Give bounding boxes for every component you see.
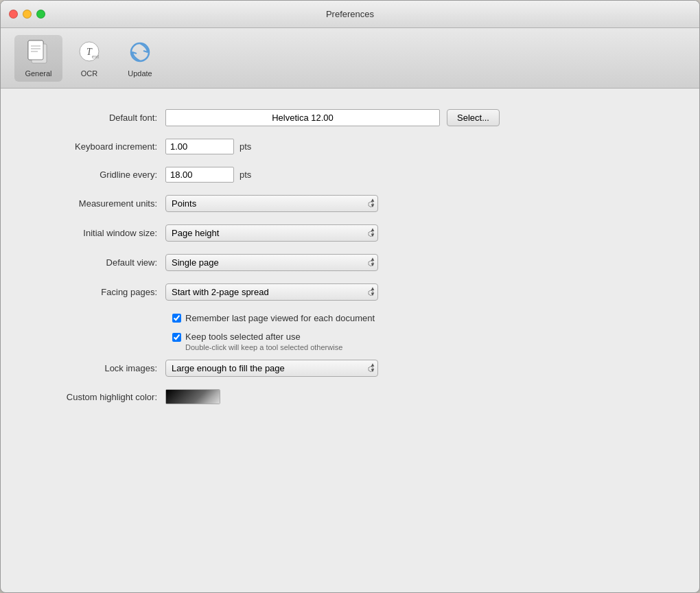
initial-window-size-row: Initial window size: Page height Full sc… [28, 224, 672, 242]
toolbar-item-update[interactable]: Update [116, 35, 164, 82]
facing-pages-select[interactable]: Start with 2-page spread Start with sing… [165, 283, 378, 301]
default-view-row: Default view: Single page Double page Co… [28, 254, 672, 271]
default-font-display: Helvetica 12.00 [165, 109, 440, 126]
keyboard-increment-row: Keyboard increment: pts [28, 139, 672, 154]
update-label: Update [128, 69, 152, 78]
measurement-units-select[interactable]: Points Inches Centimeters Millimeters Pi… [165, 195, 378, 212]
keep-tools-content: Keep tools selected after use Double-cli… [185, 332, 342, 351]
keep-tools-sublabel: Double-click will keep a tool selected o… [185, 343, 342, 351]
default-font-row: Default font: Helvetica 12.00 Select... [28, 109, 672, 126]
gridline-every-input[interactable] [165, 167, 234, 183]
title-bar: Preferences [1, 1, 699, 28]
main-content: Default font: Helvetica 12.00 Select... … [1, 89, 699, 592]
lock-images-label: Lock images: [28, 363, 165, 373]
keyboard-increment-input[interactable] [165, 139, 234, 154]
close-button[interactable] [9, 10, 18, 19]
facing-pages-label: Facing pages: [28, 287, 165, 297]
remember-last-page-row: Remember last page viewed for each docum… [28, 313, 672, 323]
default-view-select-wrapper: Single page Double page Continuous ▲▼ [165, 254, 378, 271]
general-icon [25, 39, 52, 67]
maximize-button[interactable] [36, 10, 45, 19]
preferences-window: Preferences [0, 0, 700, 593]
minimize-button[interactable] [23, 10, 32, 19]
initial-window-size-select-wrapper: Page height Full screen Custom ▲▼ [165, 224, 378, 242]
svg-text:ext: ext [92, 54, 100, 60]
select-font-button[interactable]: Select... [447, 109, 500, 126]
custom-highlight-label: Custom highlight color: [28, 392, 165, 402]
default-view-label: Default view: [28, 257, 165, 268]
gridline-every-row: Gridline every: pts [28, 167, 672, 183]
toolbar: General T ext OCR [1, 28, 699, 89]
lock-images-select[interactable]: Large enough to fill the page All images… [165, 360, 378, 377]
general-label: General [25, 69, 51, 78]
toolbar-item-ocr[interactable]: T ext OCR [65, 35, 113, 82]
measurement-units-select-wrapper: Points Inches Centimeters Millimeters Pi… [165, 195, 378, 212]
remember-last-page-label[interactable]: Remember last page viewed for each docum… [185, 313, 375, 323]
measurement-units-row: Measurement units: Points Inches Centime… [28, 195, 672, 212]
lock-images-row: Lock images: Large enough to fill the pa… [28, 360, 672, 377]
initial-window-size-label: Initial window size: [28, 228, 165, 238]
gridline-every-unit: pts [240, 170, 251, 180]
keep-tools-checkbox[interactable] [172, 333, 181, 342]
window-controls [9, 10, 45, 19]
remember-last-page-checkbox[interactable] [172, 314, 181, 323]
facing-pages-row: Facing pages: Start with 2-page spread S… [28, 283, 672, 301]
keep-tools-label[interactable]: Keep tools selected after use [185, 332, 301, 342]
toolbar-item-general[interactable]: General [14, 35, 62, 82]
keep-tools-row: Keep tools selected after use Double-cli… [28, 332, 672, 351]
custom-highlight-color-swatch[interactable] [165, 389, 220, 404]
default-font-label: Default font: [28, 113, 165, 123]
facing-pages-select-wrapper: Start with 2-page spread Start with sing… [165, 283, 378, 301]
measurement-units-label: Measurement units: [28, 198, 165, 209]
lock-images-select-wrapper: Large enough to fill the page All images… [165, 360, 378, 377]
ocr-label: OCR [81, 69, 97, 78]
keyboard-increment-label: Keyboard increment: [28, 141, 165, 152]
default-view-select[interactable]: Single page Double page Continuous [165, 254, 378, 271]
initial-window-size-select[interactable]: Page height Full screen Custom [165, 224, 378, 242]
custom-highlight-row: Custom highlight color: [28, 389, 672, 404]
window-title: Preferences [326, 9, 374, 19]
keyboard-increment-unit: pts [240, 141, 251, 152]
svg-rect-6 [28, 40, 43, 60]
gridline-every-label: Gridline every: [28, 170, 165, 180]
ocr-icon: T ext [75, 39, 103, 67]
update-icon [126, 39, 154, 67]
